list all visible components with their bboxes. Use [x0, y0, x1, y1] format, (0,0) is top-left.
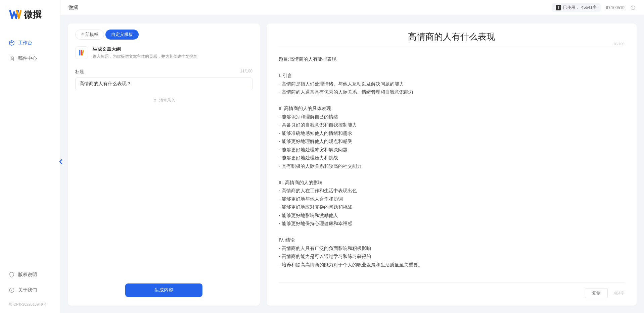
usage-badge: T 已使用： 45641字 [552, 3, 600, 12]
template-tabs: 全部模板 自定义模板 [75, 30, 252, 40]
nav-item-workspace[interactable]: 工作台 [0, 37, 60, 49]
generate-button[interactable]: 生成内容 [125, 283, 202, 297]
usage-prefix: 已使用： [563, 5, 579, 10]
copy-button[interactable]: 复制 [585, 288, 608, 298]
logout-button[interactable] [630, 5, 636, 11]
char-count: 11/100 [240, 69, 252, 75]
logo: 微撰 [0, 0, 60, 27]
clear-label: 清空录入 [159, 98, 175, 103]
sidebar-bottom: 版权说明 关于我们 鄂ICP备2022016946号 [0, 269, 60, 313]
document-icon [9, 55, 15, 61]
nav-item-label: 稿件中心 [18, 55, 37, 61]
trash-icon [153, 98, 157, 103]
collapse-handle[interactable] [58, 158, 64, 166]
info-icon [9, 287, 15, 293]
usage-value: 45641字 [581, 5, 596, 10]
chevron-left-icon [59, 159, 63, 164]
template-title: 生成文章大纲 [93, 46, 197, 52]
shield-icon [9, 272, 15, 278]
nav-item-copyright[interactable]: 版权说明 [0, 269, 60, 280]
icp-text: 鄂ICP备2022016946号 [0, 300, 60, 309]
output-meta: 10/100 [613, 42, 625, 46]
nav-item-label: 版权说明 [18, 272, 37, 278]
t-icon: T [556, 5, 561, 10]
nav-item-label: 关于我们 [18, 287, 37, 293]
topbar: 微撰 T 已使用： 45641字 ID:100519 [60, 0, 644, 15]
sidebar: 微撰 工作台 稿件中心 版权说明 关于我们 鄂ICP备2022016946号 [0, 0, 60, 313]
logo-icon [9, 9, 21, 20]
title-input[interactable] [75, 77, 252, 90]
tab-custom-templates[interactable]: 自定义模板 [105, 30, 139, 40]
nav-item-about[interactable]: 关于我们 [0, 284, 60, 296]
svg-rect-2 [79, 50, 81, 56]
output-panel: 高情商的人有什么表现 10/100 题目:高情商的人有哪些表现 I. 引言 - … [267, 23, 637, 306]
power-icon [630, 5, 636, 11]
nav: 工作台 稿件中心 [0, 27, 60, 68]
svg-rect-4 [82, 50, 84, 55]
page-title: 微撰 [68, 5, 78, 11]
nav-item-drafts[interactable]: 稿件中心 [0, 53, 60, 64]
books-icon [78, 49, 85, 56]
tab-all-templates[interactable]: 全部模板 [75, 30, 104, 40]
output-body: 题目:高情商的人有哪些表现 I. 引言 - 高情商是指人们处理情绪、与他人互动以… [279, 55, 625, 278]
nav-item-label: 工作台 [18, 40, 32, 46]
clear-button[interactable]: 清空录入 [75, 98, 252, 103]
template-desc: 输入标题，为你提供文章主体的灵感，并为其创建推文提纲 [93, 54, 197, 59]
cube-icon [9, 40, 15, 46]
field-label: 标题 [75, 69, 84, 75]
output-title: 高情商的人有什么表现 [279, 31, 625, 43]
word-count: 404字 [614, 291, 625, 296]
logo-text: 微撰 [24, 9, 42, 20]
template-icon [75, 46, 88, 59]
user-id: ID:100519 [606, 5, 625, 10]
template-card: 生成文章大纲 输入标题，为你提供文章主体的灵感，并为其创建推文提纲 [75, 46, 252, 59]
input-panel: 全部模板 自定义模板 生成文章大纲 输入标题，为你提供文章主体的灵感，并为其创建… [68, 23, 260, 306]
svg-rect-3 [81, 50, 82, 56]
